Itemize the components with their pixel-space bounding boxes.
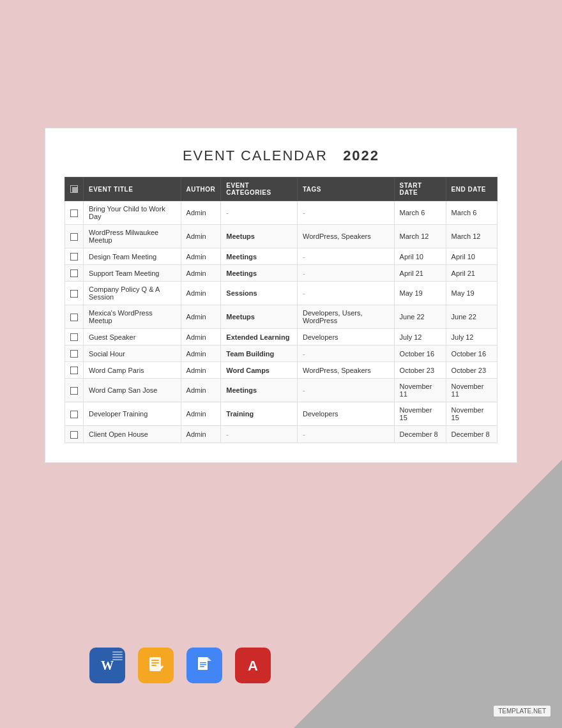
row-checkbox-cell[interactable]	[65, 402, 84, 426]
event-categories-cell: Extended Learning	[221, 329, 298, 345]
header-author: AUTHOR	[181, 178, 221, 201]
pages-icon[interactable]	[138, 648, 174, 683]
start-date-cell: October 23	[394, 362, 446, 379]
table-row: Mexica's WordPress MeetupAdminMeetupsDev…	[65, 305, 497, 329]
end-date-cell: July 12	[446, 329, 497, 345]
end-date-cell: October 16	[446, 345, 497, 362]
docs-icon[interactable]	[186, 648, 222, 683]
end-date-cell: June 22	[446, 305, 497, 329]
event-title-cell: WordPress Milwaukee Meetup	[84, 225, 181, 248]
author-cell: Admin	[181, 265, 221, 282]
checkbox-icon[interactable]	[70, 209, 78, 217]
card-title: EVENT CALENDAR 2022	[65, 148, 497, 164]
author-cell: Admin	[181, 402, 221, 426]
tags-cell: -	[297, 426, 394, 443]
end-date-cell: March 6	[446, 201, 497, 225]
end-date-cell: April 10	[446, 248, 497, 265]
pages-svg	[146, 655, 166, 676]
start-date-cell: April 21	[394, 265, 446, 282]
checkbox-icon[interactable]	[70, 431, 78, 439]
row-checkbox-cell[interactable]	[65, 379, 84, 402]
row-checkbox-cell[interactable]	[65, 305, 84, 329]
row-checkbox-cell[interactable]	[65, 248, 84, 265]
svg-marker-9	[208, 657, 211, 661]
row-checkbox-cell[interactable]	[65, 282, 84, 305]
row-checkbox-cell[interactable]	[65, 345, 84, 362]
event-title-cell: Word Camp Paris	[84, 362, 181, 379]
acrobat-svg: A	[241, 654, 264, 677]
author-cell: Admin	[181, 362, 221, 379]
table-row: Word Camp San JoseAdminMeetings-November…	[65, 379, 497, 402]
checkbox-icon[interactable]	[70, 411, 78, 418]
table-row: WordPress Milwaukee MeetupAdminMeetupsWo…	[65, 225, 497, 248]
start-date-cell: July 12	[394, 329, 446, 345]
tags-cell: Developers, Users, WordPress	[297, 305, 394, 329]
event-title-cell: Mexica's WordPress Meetup	[84, 305, 181, 329]
tags-cell: Developers	[297, 329, 394, 345]
tags-cell: -	[297, 282, 394, 305]
header-tags: TAGS	[297, 178, 394, 201]
row-checkbox-cell[interactable]	[65, 426, 84, 443]
title-normal: EVENT CALENDAR	[183, 148, 328, 163]
svg-rect-10	[200, 662, 206, 664]
event-title-cell: Word Camp San Jose	[84, 379, 181, 402]
table-row: Developer TrainingAdminTrainingDeveloper…	[65, 402, 497, 426]
svg-rect-8	[198, 657, 208, 670]
svg-rect-11	[200, 664, 206, 665]
author-cell: Admin	[181, 248, 221, 265]
word-letter: W	[101, 658, 114, 673]
row-checkbox-cell[interactable]	[65, 329, 84, 345]
table-row: Company Policy Q & A SessionAdminSession…	[65, 282, 497, 305]
word-icon[interactable]: W	[89, 648, 125, 683]
event-categories-cell: Meetups	[221, 225, 298, 248]
acrobat-icon[interactable]: A	[235, 648, 271, 683]
event-title-cell: Client Open House	[84, 426, 181, 443]
event-categories-cell: Team Building	[221, 345, 298, 362]
tags-cell: WordPress, Speakers	[297, 225, 394, 248]
start-date-cell: May 19	[394, 282, 446, 305]
checkbox-icon[interactable]	[70, 233, 78, 241]
row-checkbox-cell[interactable]	[65, 265, 84, 282]
checkbox-icon[interactable]	[70, 253, 78, 261]
author-cell: Admin	[181, 282, 221, 305]
svg-rect-3	[151, 665, 156, 666]
end-date-cell: November 15	[446, 402, 497, 426]
event-title-cell: Guest Speaker	[84, 329, 181, 345]
end-date-cell: May 19	[446, 282, 497, 305]
start-date-cell: October 16	[394, 345, 446, 362]
row-checkbox-cell[interactable]	[65, 225, 84, 248]
event-categories-cell: Meetups	[221, 305, 298, 329]
checkbox-icon[interactable]	[70, 314, 78, 321]
header-end-date: END DATE	[446, 178, 497, 201]
event-categories-cell: -	[221, 426, 298, 443]
checkbox-icon[interactable]	[70, 350, 78, 358]
checkbox-icon[interactable]	[70, 290, 78, 298]
start-date-cell: April 10	[394, 248, 446, 265]
tags-cell: -	[297, 248, 394, 265]
row-checkbox-cell[interactable]	[65, 362, 84, 379]
tags-cell: WordPress, Speakers	[297, 362, 394, 379]
event-categories-cell: -	[221, 201, 298, 225]
checkbox-icon[interactable]	[70, 367, 78, 374]
author-cell: Admin	[181, 379, 221, 402]
start-date-cell: November 11	[394, 379, 446, 402]
checkbox-icon[interactable]	[70, 387, 78, 395]
checkbox-icon[interactable]	[70, 333, 78, 341]
event-categories-cell: Sessions	[221, 282, 298, 305]
event-title-cell: Bring Your Child to Work Day	[84, 201, 181, 225]
start-date-cell: March 6	[394, 201, 446, 225]
author-cell: Admin	[181, 329, 221, 345]
author-cell: Admin	[181, 426, 221, 443]
checkbox-icon[interactable]	[70, 269, 78, 277]
author-cell: Admin	[181, 225, 221, 248]
word-lines	[112, 651, 123, 660]
docs-svg	[194, 655, 215, 676]
svg-text:A: A	[248, 658, 258, 674]
end-date-cell: April 21	[446, 265, 497, 282]
row-checkbox-cell[interactable]	[65, 201, 84, 225]
tags-cell: -	[297, 345, 394, 362]
event-categories-cell: Training	[221, 402, 298, 426]
event-categories-cell: Meetings	[221, 248, 298, 265]
end-date-cell: November 11	[446, 379, 497, 402]
table-row: Design Team MeetingAdminMeetings-April 1…	[65, 248, 497, 265]
